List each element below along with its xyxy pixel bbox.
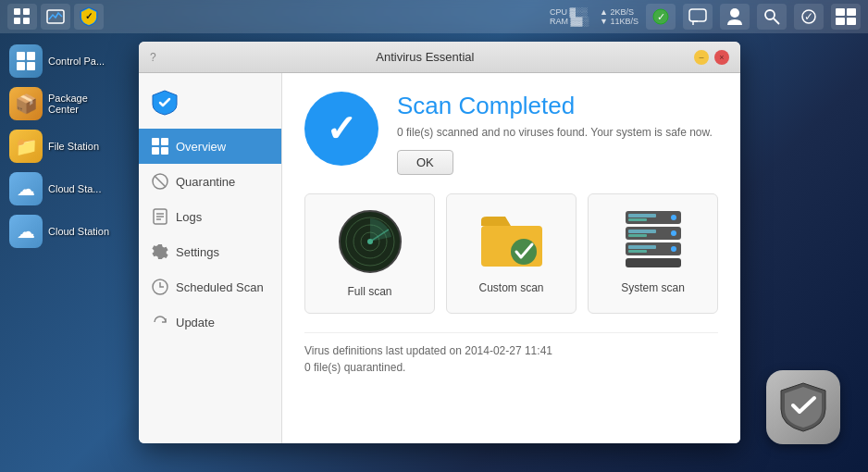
scan-info: Scan Completed 0 file(s) scanned and no … [397, 92, 718, 175]
sidebar-logs-label: Logs [176, 210, 202, 224]
sidebar-item-logs[interactable]: Logs [139, 199, 281, 234]
system-scan-icon [622, 209, 685, 270]
sidebar-overview-label: Overview [176, 140, 226, 154]
desktop-icon-cloud-station2[interactable]: ☁ Cloud Station [4, 211, 135, 252]
apps-icon[interactable] [7, 4, 37, 30]
custom-scan-option[interactable]: Custom scan [446, 193, 577, 314]
svg-line-11 [774, 19, 779, 24]
shield-app-icon[interactable] [766, 370, 840, 444]
svg-rect-25 [161, 147, 168, 155]
svg-rect-1 [23, 8, 30, 15]
svg-rect-22 [152, 138, 159, 145]
close-button[interactable]: × [714, 50, 729, 65]
taskbar-left: ✓ [7, 4, 104, 30]
svg-rect-50 [628, 245, 656, 249]
desktop-icon-file-station[interactable]: 📁 File Station [4, 126, 135, 167]
control-panel-label: Control Pa... [48, 56, 105, 67]
window-title: Antivirus Essential [156, 50, 694, 64]
full-scan-label: Full scan [347, 285, 391, 298]
minimize-button[interactable]: – [694, 50, 709, 65]
scan-completed-title: Scan Completed [397, 92, 718, 120]
check-mark-icon: ✓ [326, 107, 357, 150]
cloud-station2-label: Cloud Station [48, 226, 109, 237]
svg-point-9 [730, 8, 739, 18]
user-icon[interactable] [720, 4, 750, 30]
svg-rect-23 [161, 138, 168, 145]
cloud-station2-icon: ☁ [9, 215, 43, 248]
sidebar-item-update[interactable]: Update [139, 304, 281, 340]
desktop-icon-control-panel[interactable]: Control Pa... [4, 41, 135, 81]
svg-point-40 [511, 239, 537, 265]
svg-rect-43 [628, 218, 647, 221]
svg-rect-51 [628, 250, 647, 253]
settings-icon[interactable]: ✓ [794, 4, 824, 30]
cpu-ram-display: CPU ▓░░ RAM ▓▓░ [550, 7, 589, 26]
package-center-label: PackageCenter [48, 93, 88, 115]
svg-rect-3 [23, 18, 30, 24]
svg-line-27 [155, 176, 166, 187]
svg-rect-17 [847, 18, 856, 25]
network-speed-display: ▲ 2KB/S ▼ 11KB/S [600, 7, 639, 26]
window-body: Overview Quarantine [139, 73, 740, 443]
desktop: ✓ CPU ▓░░ RAM ▓▓░ ▲ 2KB/S ▼ 11KB/S ✓ [0, 0, 868, 472]
svg-rect-24 [152, 147, 159, 155]
sidebar-scheduled-scan-label: Scheduled Scan [176, 280, 264, 294]
svg-rect-15 [847, 8, 856, 16]
svg-rect-14 [836, 8, 845, 16]
sidebar-quarantine-label: Quarantine [176, 175, 235, 189]
antivirus-window: ? Antivirus Essential – × [139, 42, 740, 443]
svg-rect-18 [17, 52, 25, 60]
sidebar-item-settings[interactable]: Settings [139, 234, 281, 269]
sidebar-settings-label: Settings [176, 245, 219, 259]
file-station-label: File Station [48, 141, 99, 152]
taskbar-right: CPU ▓░░ RAM ▓▓░ ▲ 2KB/S ▼ 11KB/S ✓ [550, 4, 861, 30]
sidebar: Overview Quarantine [139, 73, 282, 443]
scan-completed-section: ✓ Scan Completed 0 file(s) scanned and n… [304, 92, 718, 175]
svg-rect-53 [626, 258, 681, 267]
search-icon[interactable] [757, 4, 787, 30]
svg-rect-16 [836, 18, 845, 25]
svg-text:✓: ✓ [804, 10, 813, 23]
footer-info: Virus definitions last updated on 2014-0… [304, 332, 718, 374]
sidebar-item-quarantine[interactable]: Quarantine [139, 164, 281, 199]
svg-point-10 [765, 10, 775, 19]
svg-rect-47 [628, 234, 647, 237]
svg-rect-19 [27, 52, 35, 60]
storage-icon[interactable] [831, 4, 861, 30]
full-scan-icon [338, 209, 403, 274]
help-button[interactable]: ? [150, 51, 156, 64]
desktop-icon-cloud-station1[interactable]: ☁ Cloud Sta... [4, 168, 135, 209]
cloud-station1-icon: ☁ [9, 172, 43, 205]
svg-rect-21 [27, 62, 35, 70]
taskbar: ✓ CPU ▓░░ RAM ▓▓░ ▲ 2KB/S ▼ 11KB/S ✓ [0, 0, 868, 33]
custom-scan-icon [479, 209, 544, 270]
window-controls: – × [694, 50, 729, 65]
svg-text:✓: ✓ [85, 11, 93, 21]
svg-text:✓: ✓ [657, 11, 665, 22]
resource-monitor-icon[interactable] [41, 4, 70, 30]
svg-point-44 [671, 215, 676, 220]
antivirus-taskbar-icon[interactable]: ✓ [74, 4, 104, 30]
file-station-icon: 📁 [9, 130, 43, 163]
sidebar-item-scheduled-scan[interactable]: Scheduled Scan [139, 269, 281, 304]
svg-point-52 [671, 246, 676, 252]
full-scan-option[interactable]: Full scan [304, 193, 435, 314]
sidebar-item-overview[interactable]: Overview [139, 129, 281, 164]
window-titlebar: ? Antivirus Essential – × [139, 42, 740, 73]
quarantined-text: 0 file(s) quarantined. [304, 361, 718, 374]
package-center-icon: 📦 [9, 87, 43, 120]
check-circle: ✓ [304, 92, 378, 166]
ok-button[interactable]: OK [397, 150, 453, 175]
chat-icon[interactable] [683, 4, 713, 30]
svg-rect-8 [689, 9, 706, 21]
notification-icon[interactable]: ✓ [646, 4, 676, 30]
sidebar-update-label: Update [176, 316, 215, 329]
desktop-icon-package-center[interactable]: 📦 PackageCenter [4, 83, 135, 124]
system-scan-option[interactable]: System scan [588, 193, 718, 314]
desktop-icons: Control Pa... 📦 PackageCenter 📁 File Sta… [0, 37, 139, 255]
custom-scan-label: Custom scan [478, 281, 543, 294]
system-scan-label: System scan [621, 281, 685, 294]
svg-rect-42 [628, 214, 656, 217]
cloud-station1-label: Cloud Sta... [48, 183, 101, 194]
svg-rect-0 [14, 8, 20, 15]
